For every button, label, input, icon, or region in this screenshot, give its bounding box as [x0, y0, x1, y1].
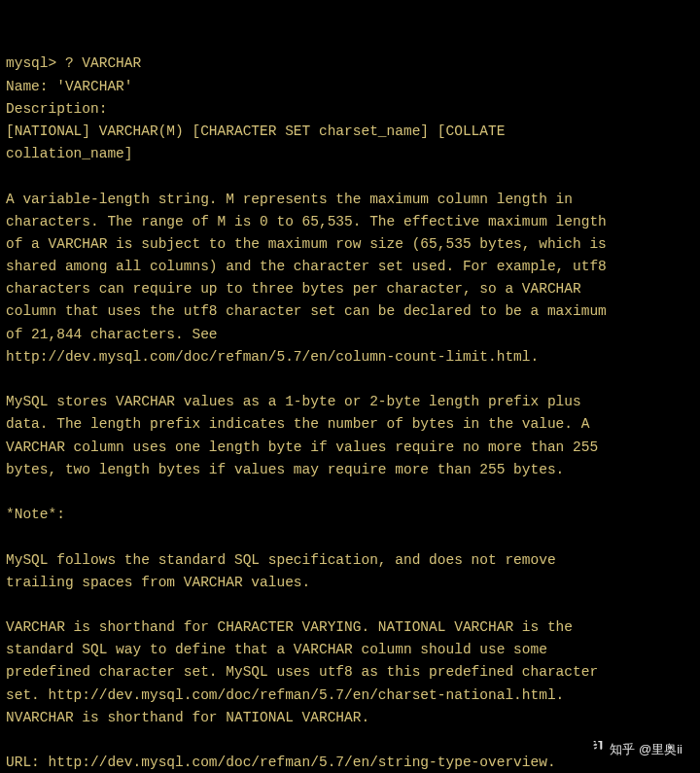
watermark-text: 知乎 @里奥ii [610, 740, 682, 760]
terminal-output: mysql> ? VARCHAR Name: 'VARCHAR' Descrip… [6, 8, 694, 773]
terminal-text: mysql> ? VARCHAR Name: 'VARCHAR' Descrip… [6, 53, 694, 773]
watermark: 知乎 @里奥ii [590, 739, 682, 761]
zhihu-icon [590, 739, 606, 761]
